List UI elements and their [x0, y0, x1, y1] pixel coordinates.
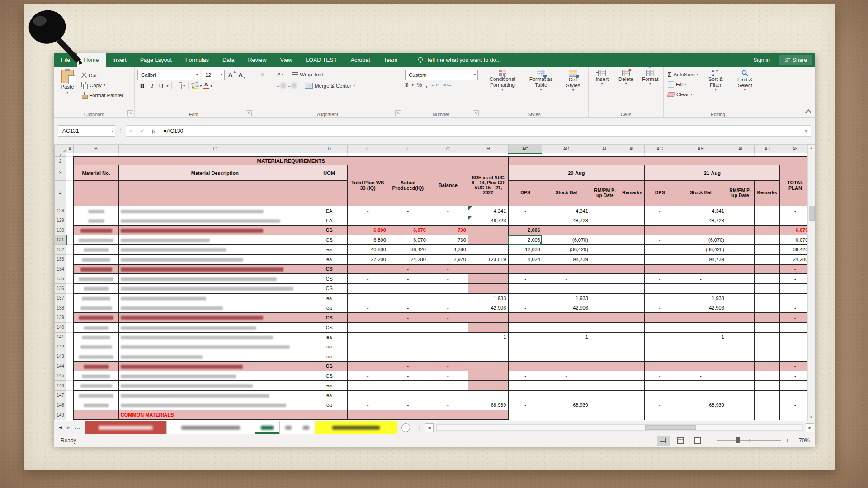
cell-AI129[interactable]	[726, 216, 754, 225]
formula-bar-expand-arrow[interactable]: ▾	[801, 128, 811, 134]
cell-F133[interactable]: 24,280	[388, 254, 428, 264]
cut-button[interactable]: Cut	[80, 70, 125, 80]
cell-A142[interactable]	[66, 342, 74, 352]
cell-A134[interactable]	[66, 264, 74, 274]
cell-F138[interactable]: -	[388, 303, 428, 313]
cell-AI1[interactable]	[726, 153, 754, 157]
cell-AD1[interactable]	[542, 153, 590, 157]
column-header-AI[interactable]: AI	[726, 145, 754, 153]
tell-me-box[interactable]: Tell me what you want to do...	[418, 53, 501, 67]
cell-C145[interactable]	[118, 371, 311, 381]
cell-C147[interactable]	[118, 390, 311, 400]
cell-AF130[interactable]	[620, 225, 644, 235]
cell-F145[interactable]: -	[388, 371, 428, 381]
cell-AK134[interactable]: -	[780, 264, 810, 274]
cell-H138[interactable]: 42,906	[468, 303, 508, 313]
formula-bar-handle[interactable]: ⋮	[117, 128, 124, 134]
header-soh[interactable]: SOH as of AUG 8 – 14, Plus GR AUG 15 – 2…	[468, 165, 508, 206]
cell-AG148[interactable]: -	[644, 400, 675, 410]
sheet-tab-3-active[interactable]	[255, 421, 280, 434]
cell-H135[interactable]	[468, 274, 508, 284]
cell-G132[interactable]: 4,380	[428, 245, 468, 255]
more-sheets-button[interactable]: ...	[75, 425, 80, 430]
cell-E138[interactable]: -	[347, 303, 388, 313]
cell-AF146[interactable]	[620, 381, 644, 391]
cell-B130[interactable]	[73, 225, 118, 235]
cell-A1[interactable]	[66, 153, 74, 157]
row-header-139[interactable]: 139	[55, 313, 66, 323]
cell-AK1[interactable]	[780, 153, 810, 157]
accounting-format-button[interactable]: $	[405, 82, 408, 88]
cell-B142[interactable]	[73, 342, 118, 352]
cell-E142[interactable]: -	[347, 342, 388, 352]
cell-AI133[interactable]	[726, 254, 754, 264]
cell-AH129[interactable]: 48,723	[675, 216, 726, 225]
cell-AD134[interactable]	[542, 264, 590, 274]
cell-AE135[interactable]	[590, 274, 620, 284]
cell-AD131[interactable]: (6,070)	[542, 235, 590, 245]
cell-AJ133[interactable]	[754, 254, 780, 264]
row-header-134[interactable]: 134	[55, 264, 66, 274]
cell-B136[interactable]	[73, 284, 118, 294]
cell-AH133[interactable]: 98,739	[675, 254, 726, 264]
fill-button[interactable]: ↓ Fill ▾	[666, 80, 700, 89]
vertical-scrollbar[interactable]: ▲ ▼	[807, 145, 815, 421]
cell-AJ144[interactable]	[754, 361, 780, 371]
cell-H129[interactable]: 48,723	[468, 216, 508, 225]
cell-D129[interactable]: EA	[311, 216, 347, 225]
cell-C148[interactable]	[118, 400, 311, 410]
row-header-141[interactable]: 141	[55, 332, 66, 342]
cell-AG149[interactable]	[644, 410, 675, 420]
underline-button[interactable]: U	[157, 83, 165, 89]
enter-icon[interactable]: ✓	[137, 128, 148, 134]
cell-AC147[interactable]: -	[508, 390, 542, 400]
cell-B143[interactable]	[73, 352, 118, 361]
cell-AG142[interactable]: -	[644, 342, 675, 352]
cell-AF144[interactable]	[620, 361, 644, 371]
cell-AJ141[interactable]	[754, 332, 780, 342]
cell-AD137[interactable]: 1,933	[542, 293, 590, 303]
decrease-decimal-button[interactable]: .00→	[442, 83, 452, 87]
fill-color-icon[interactable]	[192, 83, 198, 89]
column-header-G[interactable]: G	[428, 145, 468, 153]
cell-F148[interactable]: -	[388, 400, 428, 410]
cell-B133[interactable]	[73, 254, 118, 264]
cell-AI146[interactable]	[726, 381, 754, 391]
format-cells-button[interactable]: Format ▾	[639, 69, 661, 87]
header-sub-AF[interactable]: Remarks	[620, 181, 644, 206]
cell-AH143[interactable]: -	[675, 352, 726, 361]
cell-C137[interactable]	[118, 293, 311, 303]
row-header-146[interactable]: 146	[55, 381, 66, 391]
cell-AH145[interactable]: -	[675, 371, 726, 381]
cell-AK133[interactable]: 24,280	[780, 254, 810, 264]
header-sub-AH[interactable]: Stock Bal	[675, 181, 726, 206]
cell-AF134[interactable]	[620, 264, 644, 274]
cell-AK144[interactable]: -	[780, 361, 810, 371]
row-header-137[interactable]: 137	[55, 293, 66, 303]
orientation-icon[interactable]: ↗	[276, 71, 280, 77]
cell-E1[interactable]	[347, 153, 388, 157]
copy-button[interactable]: Copy ▾	[80, 80, 125, 90]
cell-AC149[interactable]	[508, 410, 542, 420]
cell-AD142[interactable]: -	[542, 342, 590, 352]
cell-H146[interactable]	[468, 381, 508, 391]
cell-AE130[interactable]	[590, 225, 620, 235]
cell-A131[interactable]	[66, 235, 74, 245]
row-header-144[interactable]: 144	[55, 361, 66, 371]
cell-AC138[interactable]: -	[508, 303, 542, 313]
cell-G138[interactable]: -	[428, 303, 468, 313]
cell-AG131[interactable]: -	[644, 235, 675, 245]
header-sub-AJ[interactable]: Remarks	[754, 181, 780, 206]
cell-AK138[interactable]: -	[780, 303, 810, 313]
cell-AG137[interactable]: -	[644, 293, 675, 303]
cell-AJ149[interactable]	[754, 410, 780, 420]
cell-AI134[interactable]	[726, 264, 754, 274]
header-total-plan-right[interactable]: TOTAL PLAN	[780, 165, 810, 206]
cell-AI138[interactable]	[726, 303, 754, 313]
number-format-select[interactable]: Custom▾	[405, 70, 478, 80]
borders-dropdown-arrow[interactable]: ▾	[183, 84, 185, 88]
cell-AC139[interactable]	[508, 313, 542, 323]
increase-indent-button[interactable]: →	[287, 84, 297, 88]
name-box-dropdown-arrow[interactable]: ▾	[111, 129, 113, 133]
cell-B139[interactable]	[73, 313, 118, 323]
